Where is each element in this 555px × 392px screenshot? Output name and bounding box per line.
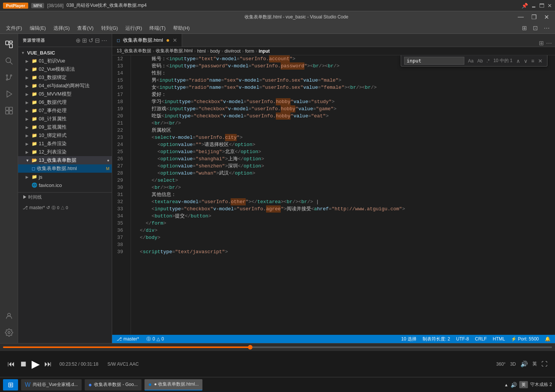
find-input[interactable] bbox=[404, 57, 464, 65]
close-icon[interactable]: ✕ bbox=[547, 3, 552, 9]
tab-modified-dot: ● bbox=[166, 37, 170, 44]
svg-rect-2 bbox=[9, 44, 12, 48]
taskbar-item-vscode[interactable]: ● ● 收集表单数据.html... bbox=[144, 379, 202, 390]
svg-rect-10 bbox=[9, 107, 12, 110]
split-editor-icon[interactable]: ⊞ bbox=[539, 40, 544, 47]
subtitle-icon[interactable]: 英 bbox=[532, 361, 537, 367]
taskbar-item-word[interactable]: W 尚硅谷_Vue全家桶.d... bbox=[21, 379, 82, 390]
status-errors[interactable]: ⓪ 0 △ 0 bbox=[145, 336, 165, 342]
find-case-sensitive[interactable]: Aa bbox=[467, 58, 475, 64]
vscode-close[interactable]: ✕ bbox=[541, 14, 552, 21]
progress-bar[interactable] bbox=[3, 346, 552, 348]
breadcrumb-body[interactable]: body bbox=[210, 49, 220, 54]
player-stop-btn[interactable]: ⏹ bbox=[20, 360, 27, 368]
timeline-section[interactable]: ▶ 时间线 bbox=[18, 192, 112, 204]
sidebar-item-11[interactable]: ▶ 📁 11_条件渲染 bbox=[18, 140, 112, 148]
pin-icon[interactable]: 📌 bbox=[522, 3, 528, 9]
status-line-ending[interactable]: CRLF bbox=[473, 336, 488, 342]
breadcrumb-divroot[interactable]: div#root bbox=[225, 49, 241, 54]
fullscreen-player-icon[interactable]: ⛶ bbox=[541, 361, 547, 368]
sidebar-item-02[interactable]: ▶ 📁 02_Vue模板语法 bbox=[18, 65, 112, 73]
activity-account[interactable] bbox=[2, 308, 17, 324]
find-regex[interactable]: .* bbox=[485, 58, 491, 64]
sidebar-item-04[interactable]: ▶ 📁 04_el与data的两种写法 bbox=[18, 82, 112, 90]
vscode-minimize[interactable]: — bbox=[515, 14, 527, 21]
menu-run[interactable]: 运行(R) bbox=[122, 23, 145, 33]
volume-icon[interactable]: 🔊 bbox=[520, 360, 528, 368]
find-next-btn[interactable]: ∨ bbox=[522, 57, 529, 65]
sidebar-item-js[interactable]: ▶ 📁 js bbox=[18, 173, 112, 181]
refresh-icon[interactable]: ↺ bbox=[88, 37, 93, 44]
more-actions-icon[interactable]: ⋯ bbox=[101, 37, 107, 44]
collapse-icon[interactable]: ⊟ bbox=[95, 37, 100, 44]
taskbar-item-browser[interactable]: ● 收集表单数据 - Goo... bbox=[85, 379, 141, 390]
status-language[interactable]: HTML bbox=[491, 336, 507, 342]
sidebar-item-06[interactable]: ▶ 📁 06_数据代理 bbox=[18, 98, 112, 106]
breadcrumb-input[interactable]: input bbox=[258, 49, 269, 54]
breadcrumb-dir[interactable]: 13_收集表单数据 bbox=[117, 48, 151, 54]
breadcrumb-form[interactable]: form bbox=[245, 49, 254, 54]
menu-goto[interactable]: 转到(G) bbox=[98, 23, 121, 33]
ime-indicator[interactable]: 英 bbox=[519, 381, 528, 388]
sidebar-item-favicon[interactable]: 🌐 favicon.ico bbox=[18, 181, 112, 189]
code-line-19: 打游戏<input type="checkbox" v-model="userI… bbox=[134, 105, 552, 112]
new-file-icon[interactable]: ⊕ bbox=[76, 37, 81, 44]
find-close-btn[interactable]: ✕ bbox=[537, 57, 544, 65]
player-play-btn[interactable]: ▶ bbox=[32, 358, 40, 370]
breadcrumb-file[interactable]: 收集表单数据.html bbox=[156, 48, 193, 54]
player-prev-btn[interactable]: ⏮ bbox=[8, 360, 15, 368]
code-content[interactable]: 账号：<input type="text" v-model="userInfo.… bbox=[131, 55, 555, 335]
status-col[interactable]: 制表符长度: 2 bbox=[421, 336, 452, 342]
vscode-maximize[interactable]: ❐ bbox=[528, 14, 540, 21]
potplayer-logo[interactable]: PotPlayer bbox=[3, 3, 28, 9]
minimize-icon[interactable]: 🗕 bbox=[531, 3, 536, 9]
status-notifications[interactable]: 🔔 bbox=[543, 336, 552, 342]
layout-icon[interactable]: ⊞ bbox=[520, 24, 529, 32]
sidebar-item-03[interactable]: ▶ 📁 03_数据绑定 bbox=[18, 73, 112, 82]
potplayer-bar: PotPlayer MP4 [38/168] 038_尚硅谷Vue技术_收集表单… bbox=[0, 0, 555, 11]
tree-root[interactable]: ▼ VUE_BASIC bbox=[18, 49, 112, 57]
fullscreen-icon[interactable]: 🗖 bbox=[539, 3, 544, 9]
activity-explorer[interactable] bbox=[2, 37, 17, 52]
sidebar-item-10[interactable]: ▶ 📁 10_绑定样式 bbox=[18, 131, 112, 140]
sidebar-item-05[interactable]: ▶ 📁 05_MVVM模型 bbox=[18, 90, 112, 98]
activity-debug[interactable] bbox=[2, 87, 17, 102]
status-encoding[interactable]: UTF-8 bbox=[455, 336, 470, 342]
player-time: 00:23:52 / 00:31:18 bbox=[59, 362, 98, 367]
find-whole-word[interactable]: Ab bbox=[476, 58, 484, 64]
start-button[interactable]: ⊞ bbox=[3, 379, 18, 390]
menu-view[interactable]: 查看(V) bbox=[74, 23, 96, 33]
breadcrumb-html[interactable]: html bbox=[197, 49, 206, 54]
find-prev-btn[interactable]: ∧ bbox=[515, 57, 522, 65]
activity-search[interactable] bbox=[2, 53, 17, 68]
sidebar-item-01[interactable]: ▶ 📁 01_初识Vue bbox=[18, 57, 112, 65]
tab-main-file[interactable]: ◻ 收集表单数据.html ● ✕ bbox=[112, 34, 182, 47]
activity-git[interactable] bbox=[2, 70, 17, 85]
menu-select[interactable]: 选择(S) bbox=[50, 23, 73, 33]
menu-help[interactable]: 帮助(H) bbox=[170, 23, 193, 33]
new-folder-icon[interactable]: ⊞ bbox=[82, 37, 87, 44]
sidebar-item-09[interactable]: ▶ 📁 09_监视属性 bbox=[18, 123, 112, 131]
tab-close-btn[interactable]: ✕ bbox=[173, 37, 177, 43]
tray-volume-icon[interactable]: 🔊 bbox=[511, 382, 517, 388]
menu-terminal[interactable]: 终端(T) bbox=[146, 23, 169, 33]
activity-extensions[interactable] bbox=[2, 103, 17, 118]
menu-edit[interactable]: 编辑(E) bbox=[27, 23, 49, 33]
more-icon[interactable]: ⋯ bbox=[541, 24, 552, 32]
find-select-all-btn[interactable]: ≡ bbox=[530, 57, 536, 65]
status-port[interactable]: ⚡ Port: 5500 bbox=[509, 336, 540, 342]
sidebar-item-file[interactable]: ◻ 收集表单数据.html M bbox=[18, 164, 112, 173]
sidebar-item-13[interactable]: ▼ 📂 13_收集表单数据 ● bbox=[18, 156, 112, 164]
split-icon[interactable]: ⊡ bbox=[531, 24, 540, 32]
activity-settings[interactable] bbox=[2, 325, 17, 340]
tray-up-icon[interactable]: ▲ bbox=[504, 383, 508, 387]
sidebar-item-08[interactable]: ▶ 📁 08_计算属性 bbox=[18, 115, 112, 123]
editor-panel: ◻ 收集表单数据.html ● ✕ ⊞ ⋯ 13_收集表单数据 › 收集表单数据… bbox=[112, 34, 555, 343]
menu-file[interactable]: 文件(F) bbox=[3, 23, 25, 33]
sidebar-item-12[interactable]: ▶ 📁 12_列表渲染 bbox=[18, 148, 112, 156]
more-editor-icon[interactable]: ⋯ bbox=[546, 40, 552, 47]
status-selection[interactable]: 10 选择 bbox=[400, 336, 418, 342]
player-next-btn[interactable]: ⏭ bbox=[44, 360, 52, 368]
status-branch[interactable]: ⎇ master* bbox=[115, 336, 140, 342]
sidebar-item-07[interactable]: ▶ 📁 07_事件处理 bbox=[18, 106, 112, 115]
